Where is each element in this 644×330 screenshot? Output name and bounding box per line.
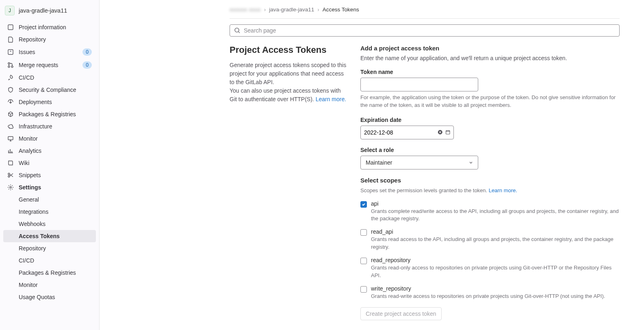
expiration-input[interactable] — [364, 129, 435, 136]
scope-checkbox-read-api[interactable] — [360, 229, 367, 236]
issues-icon — [7, 49, 14, 55]
svg-point-2 — [8, 63, 10, 64]
breadcrumb-separator: › — [317, 7, 319, 13]
scope-checkbox-api[interactable] — [360, 201, 367, 208]
package-icon — [7, 111, 14, 117]
sub-item-access-tokens[interactable]: Access Tokens — [3, 230, 96, 242]
svg-point-4 — [11, 66, 13, 67]
scope-read-api: read_api Grants read access to the API, … — [360, 228, 620, 251]
breadcrumb-current: Access Tokens — [323, 7, 359, 13]
deploy-icon — [7, 99, 14, 105]
sidebar-item-settings[interactable]: Settings — [3, 181, 96, 193]
scope-checkbox-write-repository[interactable] — [360, 286, 367, 293]
breadcrumb: xxxxxx xxxx › java-gradle-java11 › Acces… — [230, 7, 620, 19]
svg-point-8 — [10, 187, 11, 188]
sub-item-cicd[interactable]: CI/CD — [3, 254, 96, 267]
token-name-input[interactable] — [360, 78, 478, 91]
sub-item-packages[interactable]: Packages & Registries — [3, 267, 96, 279]
sidebar-item-label: Monitor — [19, 135, 92, 142]
svg-point-3 — [8, 66, 10, 67]
sidebar-item-cicd[interactable]: CI/CD — [3, 72, 96, 84]
sidebar-item-label: Merge requests — [19, 62, 78, 68]
svg-point-6 — [8, 173, 10, 175]
settings-sublist: General Integrations Webhooks Access Tok… — [3, 193, 96, 303]
page-title: Project Access Tokens — [230, 45, 347, 55]
scope-write-repository: write_repository Grants read-write acces… — [360, 285, 620, 300]
sidebar-item-monitor[interactable]: Monitor — [3, 132, 96, 145]
book-icon — [7, 160, 14, 166]
sub-item-monitor[interactable]: Monitor — [3, 279, 96, 291]
breadcrumb-separator: › — [264, 7, 266, 13]
sidebar-item-security[interactable]: Security & Compliance — [3, 84, 96, 96]
issues-badge: 0 — [82, 48, 92, 56]
sub-item-general[interactable]: General — [3, 193, 96, 206]
svg-rect-0 — [8, 25, 13, 30]
scope-name: write_repository — [371, 285, 605, 292]
calendar-icon[interactable] — [445, 129, 451, 136]
search-input[interactable] — [244, 27, 615, 34]
sidebar-item-infrastructure[interactable]: Infrastructure — [3, 120, 96, 132]
file-icon — [7, 36, 14, 43]
sidebar-item-label: Repository — [19, 36, 92, 43]
shield-icon — [7, 87, 14, 93]
expiration-label: Expiration date — [360, 117, 620, 123]
sidebar-item-analytics[interactable]: Analytics — [3, 145, 96, 157]
svg-rect-1 — [8, 50, 13, 54]
svg-rect-11 — [446, 131, 449, 135]
sub-item-usage-quotas[interactable]: Usage Quotas — [3, 291, 96, 303]
sidebar-item-label: Deployments — [19, 99, 92, 105]
sidebar-item-issues[interactable]: Issues 0 — [3, 46, 96, 59]
merge-icon — [7, 62, 14, 68]
scope-name: read_api — [371, 228, 620, 235]
intro-text-1: Generate project access tokens scoped to… — [230, 61, 347, 87]
sub-item-webhooks[interactable]: Webhooks — [3, 218, 96, 230]
token-name-label: Token name — [360, 69, 620, 75]
sidebar-item-label: Issues — [19, 49, 78, 55]
expiration-field[interactable] — [360, 126, 454, 139]
sidebar-item-repository[interactable]: Repository — [3, 33, 96, 46]
sidebar-item-wiki[interactable]: Wiki — [3, 157, 96, 169]
scopes-label: Select scopes — [360, 177, 620, 184]
search-box[interactable] — [230, 24, 620, 37]
intro-text-2: You can also use project access tokens w… — [230, 87, 347, 104]
svg-point-9 — [235, 28, 239, 32]
role-select[interactable]: Maintainer — [360, 156, 478, 169]
sidebar-item-label: Wiki — [19, 160, 92, 166]
sidebar-item-deployments[interactable]: Deployments — [3, 96, 96, 108]
sidebar-item-snippets[interactable]: Snippets — [3, 169, 96, 181]
sidebar-item-label: Infrastructure — [19, 123, 92, 130]
main-content: xxxxxx xxxx › java-gradle-java11 › Acces… — [100, 0, 644, 330]
rocket-icon — [7, 74, 14, 81]
scopes-learn-more-link[interactable]: Learn more. — [489, 187, 517, 193]
sidebar-item-project-information[interactable]: Project information — [3, 21, 96, 33]
sub-item-repository[interactable]: Repository — [3, 242, 96, 254]
monitor-icon — [7, 135, 14, 142]
create-token-button[interactable]: Create project access token — [360, 307, 442, 320]
gear-icon — [7, 184, 14, 191]
scope-checkbox-read-repository[interactable] — [360, 258, 367, 264]
sidebar-item-label: Settings — [19, 184, 92, 191]
scope-name: api — [371, 200, 620, 207]
sidebar: J java-gradle-java11 Project information… — [0, 0, 100, 330]
clear-icon[interactable] — [438, 129, 443, 136]
search-icon — [234, 27, 241, 34]
svg-rect-5 — [8, 137, 13, 140]
scopes-help: Scopes set the permission levels granted… — [360, 187, 620, 195]
project-header[interactable]: J java-gradle-java11 — [0, 3, 99, 20]
breadcrumb-group[interactable]: xxxxxx xxxx — [230, 7, 261, 13]
mr-badge: 0 — [82, 61, 92, 69]
sub-item-integrations[interactable]: Integrations — [3, 206, 96, 218]
sidebar-item-label: Project information — [19, 24, 92, 30]
sidebar-item-label: Packages & Registries — [19, 111, 92, 117]
sidebar-item-label: Snippets — [19, 172, 92, 178]
scope-read-repository: read_repository Grants read-only access … — [360, 257, 620, 280]
scope-desc: Grants read-write access to repositories… — [371, 293, 605, 300]
breadcrumb-project[interactable]: java-gradle-java11 — [269, 7, 314, 13]
sidebar-item-packages[interactable]: Packages & Registries — [3, 108, 96, 120]
scissors-icon — [7, 172, 14, 178]
project-avatar: J — [5, 6, 15, 15]
role-label: Select a role — [360, 147, 620, 153]
sidebar-item-merge-requests[interactable]: Merge requests 0 — [3, 59, 96, 72]
learn-more-link[interactable]: Learn more. — [316, 96, 346, 102]
nav-list: Project information Repository Issues 0 … — [0, 20, 99, 305]
